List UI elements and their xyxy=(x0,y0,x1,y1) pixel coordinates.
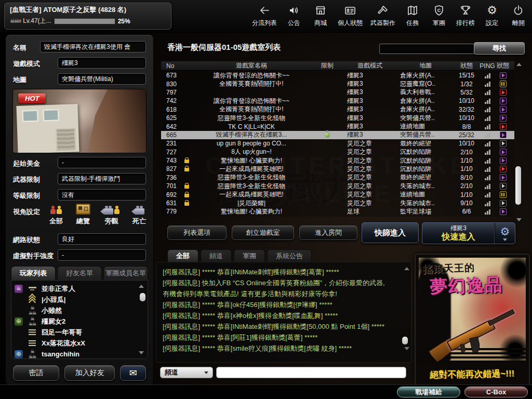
room-row[interactable]: 827一起來成爲殭屍英雄吧!災厄之章沉默的陷阱1/10 xyxy=(161,165,514,173)
room-row[interactable]: 779驚悚地圖! 心臟要夠力!足球監牢足球場6/6 xyxy=(161,207,514,216)
column-header[interactable]: 遊戲室名稱 xyxy=(191,61,312,70)
chat-scroll-down-icon[interactable] xyxy=(404,347,409,350)
room-row[interactable]: 742讓你背脊發涼的恐怖關卡~~殭屍3倉庫火拼(A..10/10 xyxy=(161,97,514,105)
table-scroll-thumb[interactable] xyxy=(515,166,521,205)
find-button[interactable]: 尋找 xyxy=(474,42,525,55)
nav-settings[interactable]: ⚙設定 xyxy=(483,3,501,28)
room-number: 673 xyxy=(161,72,182,79)
chat-tab-軍團[interactable]: 軍團 xyxy=(234,249,265,262)
room-row[interactable]: 618全國菁英賽熱鬧開打中!殭屍3倉庫火拼(A..32/32 xyxy=(161,105,514,114)
room-mode: 殭屍3 xyxy=(343,130,397,139)
list-options-button[interactable]: 列表選項 xyxy=(167,225,227,240)
room-state-icon xyxy=(496,106,510,113)
ping-bars-icon xyxy=(479,89,496,95)
room-row[interactable]: 631|災厄榮耀|災厄之章失落的城市..9/10 xyxy=(161,199,514,207)
enter-room-button[interactable]: 進入房間 xyxy=(299,225,357,240)
chat-tabs: 全部頻道軍團系統公告 xyxy=(167,249,312,262)
scroll-up-icon[interactable] xyxy=(139,285,144,288)
create-room-button[interactable]: 創立遊戲室 xyxy=(232,225,294,240)
scroll-down-icon[interactable] xyxy=(139,351,144,354)
event-ad-banner[interactable]: 搖滾天王的 夢幻逸品 絕對不能再次錯過~!!! xyxy=(415,254,530,387)
nav-shop[interactable]: 商城 xyxy=(311,3,330,28)
player-row[interactable]: ☠☠☠小雖然 xyxy=(15,305,137,316)
tab-friend-list[interactable]: 好友名單 xyxy=(57,266,102,280)
quick-enter-settings[interactable]: ⚙ xyxy=(495,223,515,244)
c-box-button[interactable]: C-Box xyxy=(464,387,528,397)
battlefield-supply-button[interactable]: 戰場補給 xyxy=(397,387,460,397)
column-header[interactable]: 狀態 xyxy=(496,61,510,70)
player-row[interactable]: ✠☠☠☠殭屍女2 xyxy=(15,316,137,327)
room-map: 惡靈魔窟(O.. xyxy=(397,79,454,88)
room-row[interactable]: 797殭屍3義大利巷戰..5/32 xyxy=(161,88,514,97)
room-map: 倉庫火拼(A.. xyxy=(397,97,454,105)
network-status-label: 網路狀態 xyxy=(13,235,40,245)
chat-channel-select[interactable]: 頻道 xyxy=(160,367,213,378)
level-limit-value: 沒有 xyxy=(58,189,146,201)
column-header[interactable]: 遊戲模式 xyxy=(343,61,397,70)
nav-clan[interactable]: C軍團 xyxy=(430,3,448,28)
room-row[interactable]: 743驚悚地圖! 心臟要夠力!災厄之章沉默的陷阱1/10 xyxy=(161,156,514,165)
quick-enter-button[interactable]: 殭屍3 快速進入 ⚙ xyxy=(422,222,515,244)
whisper-button[interactable]: 密語 xyxy=(13,365,59,381)
table-scroll-down-icon[interactable] xyxy=(516,218,522,221)
view-option-spectate[interactable]: 旁觀 xyxy=(103,205,119,226)
room-row[interactable]: 625惡靈降世3-全新生化怪物殭屍3突襲傭兵營..10/10 xyxy=(161,114,514,122)
room-player-count: 1/32 xyxy=(454,81,479,88)
room-map: 沉默的陷阱 xyxy=(397,156,454,165)
room-row-selected[interactable]: 665毀滅手榴彈再次在殭屍3...殭屍3突襲傭兵營..25/32 xyxy=(161,131,514,139)
player-name: 並非正常人 xyxy=(42,284,75,294)
nav-channel-list[interactable]: 分流列表 xyxy=(252,3,277,28)
room-state-icon xyxy=(496,72,510,79)
column-header[interactable]: 狀態 xyxy=(454,61,479,70)
nav-weapon-craft[interactable]: 武器製作 xyxy=(370,3,395,28)
nav-exit[interactable]: 離開 xyxy=(509,3,528,28)
room-row[interactable]: 673讓你背脊發涼的恐怖關卡~~殭屍3倉庫火拼(A..15/15 xyxy=(161,71,514,79)
chat-input[interactable] xyxy=(216,367,406,378)
room-player-count: 8/10 xyxy=(454,174,479,181)
player-row[interactable]: |小甜瓜| xyxy=(15,294,137,305)
room-row[interactable]: 701惡靈降世3-全新生化怪物災厄之章失落的城市..2/10 xyxy=(161,182,514,190)
player-row[interactable]: ✠☠☠☠tsangchihin xyxy=(15,349,137,359)
room-row[interactable]: 692一起來成爲殭屍英雄吧!災厄之章連續地圖1/10 xyxy=(161,190,514,198)
id-card-icon xyxy=(344,3,356,18)
nav-announcements[interactable]: 公告 xyxy=(285,3,303,28)
mail-button[interactable]: ✉ xyxy=(120,365,146,381)
column-header[interactable]: 地圖 xyxy=(397,61,454,70)
room-mode: 災厄之章 xyxy=(343,182,397,191)
player-row[interactable]: Xx落花流水xX xyxy=(15,338,137,349)
chat-tab-全部[interactable]: 全部 xyxy=(167,249,198,262)
room-row[interactable]: 642TK C K|LL=K|CK殭屍3連續地圖8/8 xyxy=(161,122,514,130)
view-option-overview[interactable]: 總覽 xyxy=(76,205,90,226)
chat-tab-頻道[interactable]: 頻道 xyxy=(201,249,232,262)
room-search-input[interactable] xyxy=(379,44,475,54)
view-option-death[interactable]: 死亡 xyxy=(132,205,146,226)
player-row[interactable]: 囧足一年哥哥 xyxy=(15,327,137,338)
nav-missions[interactable]: 任務 xyxy=(403,3,422,28)
add-friend-button[interactable]: 加入好友 xyxy=(64,365,115,381)
room-row[interactable]: 7278人 up火gun~!災厄之章沉默的陷阱2/10 xyxy=(161,148,514,156)
chat-scroll-thumb[interactable] xyxy=(402,337,408,344)
nav-rankings[interactable]: 排行榜 xyxy=(456,3,475,28)
room-row[interactable]: 231up gun 8 people go CO...災厄之章最終的絕望10/1… xyxy=(161,139,514,148)
player-list-scroll-thumb[interactable] xyxy=(140,293,145,301)
tab-player-list[interactable]: 玩家列表 xyxy=(11,266,56,280)
tab-clan-members[interactable]: 軍團成員名單 xyxy=(103,266,148,280)
column-header[interactable]: PING xyxy=(479,62,496,70)
table-scroll-up-icon[interactable] xyxy=(516,63,522,66)
camera-icon xyxy=(135,205,144,215)
ping-bars-icon xyxy=(479,98,496,104)
column-header[interactable]: 限制 xyxy=(312,61,343,70)
room-row[interactable]: 736惡靈降世3-全新生化怪物災厄之章最終的絕望8/10 xyxy=(161,174,514,182)
room-mode: 災厄之章 xyxy=(343,156,397,165)
room-row[interactable]: 830全國菁英賽熱鬧開打中!殭屍3惡靈魔窟(O..1/32 xyxy=(161,79,514,88)
column-header[interactable]: No xyxy=(161,62,182,70)
nav-profile[interactable]: 個人狀態 xyxy=(338,3,363,28)
chat-scroll-up-icon[interactable] xyxy=(404,267,409,270)
view-option-all[interactable]: 全部 xyxy=(49,205,63,226)
quick-filter-enter-button[interactable]: 快篩進入 xyxy=(362,222,419,243)
chat-tab-系統公告[interactable]: 系統公告 xyxy=(267,249,312,262)
view-option-label: 旁觀 xyxy=(105,217,118,226)
nav-label: 離開 xyxy=(512,19,525,28)
player-row[interactable]: ☠並非正常人 xyxy=(15,283,137,294)
player-info-box[interactable]: [血戰王者] ATOM原子之反擊 (4828 名) ☠☠≡ Lv.47(上...… xyxy=(4,3,171,30)
